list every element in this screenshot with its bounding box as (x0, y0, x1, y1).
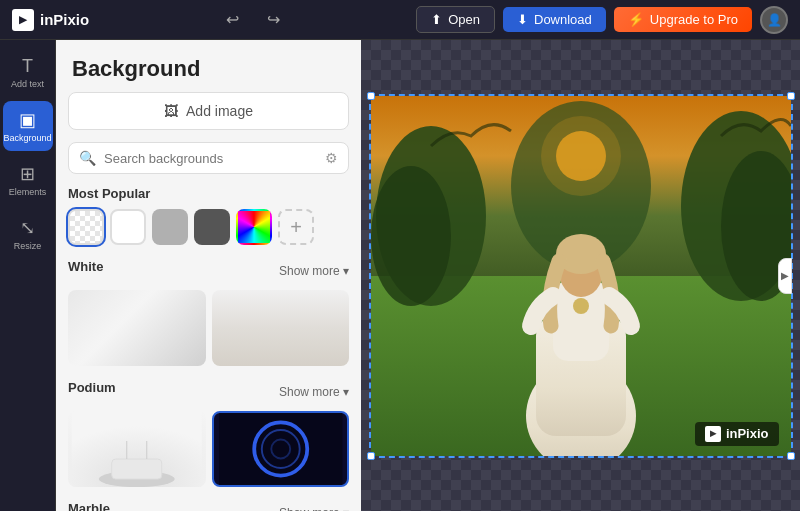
download-button[interactable]: ⬇ Download (503, 7, 606, 32)
podium-thumb-1[interactable] (68, 411, 206, 487)
sidebar: T Add text ▣ Background ⊞ Elements ⤡ Res… (0, 40, 56, 511)
category-header-podium: Podium Show more ▾ (68, 380, 349, 403)
swatch-add-button[interactable]: + (278, 209, 314, 245)
panel-title: Background (56, 40, 361, 92)
panel-scroll: 🖼 Add image 🔍 ⚙ Most Popular + (56, 92, 361, 511)
show-more-white[interactable]: Show more ▾ (279, 264, 349, 278)
upgrade-icon: ⚡ (628, 12, 644, 27)
swatch-dark[interactable] (194, 209, 230, 245)
right-expand-arrow[interactable]: ▶ (778, 258, 792, 294)
svg-point-18 (541, 116, 621, 196)
category-header-white: White Show more ▾ (68, 259, 349, 282)
search-icon: 🔍 (79, 150, 96, 166)
logo-icon: ▶ (12, 9, 34, 31)
svg-point-13 (371, 166, 451, 306)
header-center: ↩ ↪ (218, 6, 288, 33)
main: T Add text ▣ Background ⊞ Elements ⤡ Res… (0, 40, 800, 511)
add-image-button[interactable]: 🖼 Add image (68, 92, 349, 130)
white-bg-grid (68, 290, 349, 366)
sidebar-item-background[interactable]: ▣ Background (3, 101, 53, 151)
canvas-area: ▶ inPixio ▶ (361, 40, 800, 511)
sidebar-item-add-text[interactable]: T Add text (3, 48, 53, 97)
sidebar-label-resize: Resize (14, 241, 42, 251)
show-more-podium[interactable]: Show more ▾ (279, 385, 349, 399)
open-button[interactable]: ⬆ Open (416, 6, 495, 33)
search-bar: 🔍 ⚙ (68, 142, 349, 174)
white-thumb-1[interactable] (68, 290, 206, 366)
watermark-logo: ▶ (705, 426, 721, 442)
elements-icon: ⊞ (20, 163, 35, 185)
category-label-podium: Podium (68, 380, 116, 395)
most-popular-label: Most Popular (68, 186, 349, 201)
avatar[interactable]: 👤 (760, 6, 788, 34)
sidebar-label-elements: Elements (9, 187, 47, 197)
svg-rect-2 (112, 459, 162, 479)
color-swatches: + (68, 209, 349, 245)
redo-button[interactable]: ↪ (259, 6, 288, 33)
podium-svg-1 (68, 411, 206, 487)
undo-button[interactable]: ↩ (218, 6, 247, 33)
header: ▶ inPixio ↩ ↪ ⬆ Open ⬇ Download ⚡ Upgrad… (0, 0, 800, 40)
filter-icon[interactable]: ⚙ (325, 150, 338, 166)
resize-icon: ⤡ (20, 217, 35, 239)
swatch-gray[interactable] (152, 209, 188, 245)
category-label-marble: Marble (68, 501, 110, 511)
download-icon: ⬇ (517, 12, 528, 27)
sidebar-item-elements[interactable]: ⊞ Elements (3, 155, 53, 205)
watermark: ▶ inPixio (695, 422, 779, 446)
open-icon: ⬆ (431, 12, 442, 27)
header-actions: ⬆ Open ⬇ Download ⚡ Upgrade to Pro 👤 (416, 6, 788, 34)
swatch-rainbow[interactable] (236, 209, 272, 245)
add-text-icon: T (22, 56, 33, 77)
podium-thumb-2[interactable] (212, 411, 350, 487)
category-label-white: White (68, 259, 103, 274)
sidebar-label-background: Background (3, 133, 51, 143)
app-logo: ▶ inPixio (12, 9, 89, 31)
background-icon: ▣ (19, 109, 36, 131)
podium-bg-grid (68, 411, 349, 487)
panel: Background 🖼 Add image 🔍 ⚙ Most Popular (56, 40, 361, 511)
swatch-white[interactable] (110, 209, 146, 245)
white-thumb-2[interactable] (212, 290, 350, 366)
canvas-image: ▶ inPixio (371, 96, 791, 456)
logo-text: inPixio (40, 11, 89, 28)
canvas-svg (371, 96, 791, 456)
watermark-text: inPixio (726, 426, 769, 441)
sidebar-label-add-text: Add text (11, 79, 44, 89)
svg-point-24 (573, 298, 589, 314)
canvas-image-wrapper[interactable]: ▶ inPixio (371, 96, 791, 456)
search-input[interactable] (104, 151, 317, 166)
show-more-marble[interactable]: Show more ▾ (279, 506, 349, 512)
add-image-icon: 🖼 (164, 103, 178, 119)
swatch-transparent[interactable] (68, 209, 104, 245)
category-header-marble: Marble Show more ▾ (68, 501, 349, 511)
upgrade-button[interactable]: ⚡ Upgrade to Pro (614, 7, 752, 32)
sidebar-item-resize[interactable]: ⤡ Resize (3, 209, 53, 259)
podium-svg-2 (214, 413, 348, 485)
